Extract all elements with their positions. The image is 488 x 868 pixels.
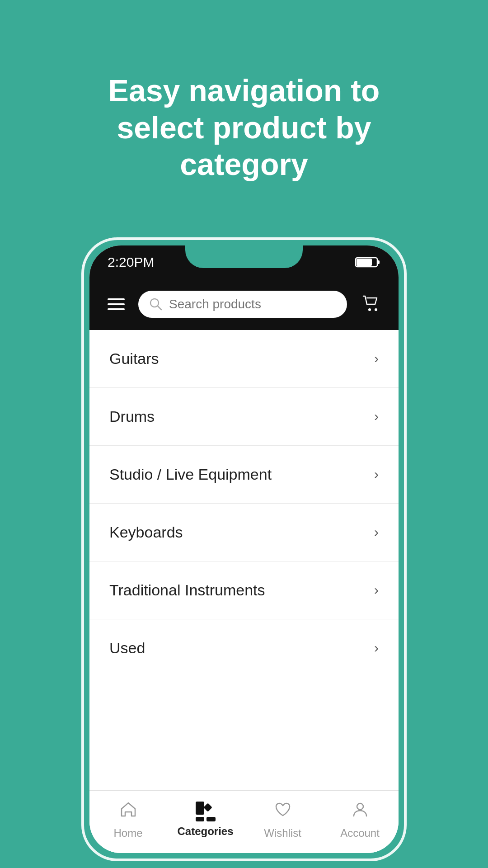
chevron-right-icon: › <box>374 524 379 540</box>
phone-frame: 2:20PM <box>81 237 407 861</box>
nav-item-wishlist[interactable]: Wishlist <box>251 800 314 840</box>
phone-screen: 2:20PM <box>89 245 399 853</box>
chevron-right-icon: › <box>374 582 379 598</box>
svg-point-7 <box>357 803 363 810</box>
top-bar <box>89 279 399 330</box>
categories-icon <box>196 802 216 821</box>
category-list: Guitars › Drums › Studio / Live Equipmen… <box>89 330 399 790</box>
svg-point-6 <box>375 308 377 311</box>
category-item-5[interactable]: Traditional Instruments › <box>89 561 399 619</box>
search-icon <box>149 297 163 311</box>
nav-item-account[interactable]: Account <box>328 800 392 840</box>
search-bar[interactable] <box>138 291 347 318</box>
chevron-right-icon: › <box>374 351 379 366</box>
nav-label-wishlist: Wishlist <box>264 827 301 840</box>
search-input[interactable] <box>169 297 336 311</box>
wishlist-icon <box>273 800 292 823</box>
nav-item-categories[interactable]: Categories <box>174 802 237 838</box>
menu-button[interactable] <box>103 294 129 315</box>
status-bar: 2:20PM <box>89 245 399 279</box>
svg-rect-1 <box>377 260 380 264</box>
category-item-1[interactable]: Guitars › <box>89 330 399 388</box>
category-label: Traditional Instruments <box>109 581 265 599</box>
category-label: Studio / Live Equipment <box>109 466 272 483</box>
svg-point-5 <box>368 308 371 311</box>
category-label: Used <box>109 639 145 657</box>
nav-label-account: Account <box>340 827 380 840</box>
category-label: Guitars <box>109 350 159 368</box>
category-label: Keyboards <box>109 524 183 541</box>
chevron-right-icon: › <box>374 640 379 656</box>
cart-button[interactable] <box>356 288 385 321</box>
chevron-right-icon: › <box>374 467 379 482</box>
svg-line-4 <box>158 306 161 310</box>
home-icon <box>119 800 138 823</box>
nav-label-home: Home <box>113 827 142 840</box>
account-icon <box>351 800 370 823</box>
svg-rect-2 <box>357 259 372 266</box>
bottom-nav: Home Categories <box>89 790 399 853</box>
hero-text: Easy navigation to select product by cat… <box>41 0 447 219</box>
category-item-3[interactable]: Studio / Live Equipment › <box>89 446 399 504</box>
nav-label-categories: Categories <box>177 825 233 838</box>
chevron-right-icon: › <box>374 409 379 424</box>
category-label: Drums <box>109 408 155 425</box>
battery-icon <box>355 256 380 269</box>
category-item-2[interactable]: Drums › <box>89 388 399 446</box>
category-item-4[interactable]: Keyboards › <box>89 504 399 561</box>
nav-item-home[interactable]: Home <box>97 800 160 840</box>
status-time: 2:20PM <box>108 255 154 270</box>
category-item-6[interactable]: Used › <box>89 619 399 677</box>
